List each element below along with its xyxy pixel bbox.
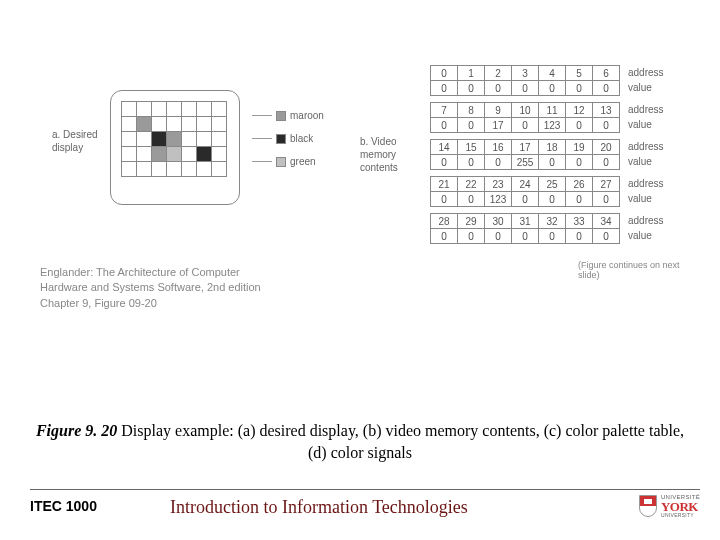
addr-cell: 24 — [512, 177, 539, 192]
continues-note: (Figure continues on next slide) — [578, 260, 700, 280]
addr-cell: 28 — [431, 214, 458, 229]
citation-line: Chapter 9, Figure 09-20 — [40, 296, 261, 311]
addr-cell: 34 — [593, 214, 620, 229]
caption-text: Display example: (a) desired display, (b… — [117, 422, 684, 461]
addr-cell: 32 — [539, 214, 566, 229]
legend-maroon: maroon — [252, 110, 324, 121]
addr-cell: 3 — [512, 66, 539, 81]
value-label: value — [628, 191, 664, 206]
addr-cell: 11 — [539, 103, 566, 118]
addr-cell: 19 — [566, 140, 593, 155]
value-cell: 0 — [593, 81, 620, 96]
addr-cell: 6 — [593, 66, 620, 81]
legend-label: maroon — [290, 110, 324, 121]
addr-cell: 17 — [512, 140, 539, 155]
memory-table: 01234560000000 — [430, 65, 620, 96]
legend-label: black — [290, 133, 313, 144]
memory-side-labels: addressvalue — [628, 213, 664, 243]
value-cell: 123 — [539, 118, 566, 133]
legend: maroon black green — [252, 110, 324, 179]
value-cell: 0 — [593, 192, 620, 207]
memory-side-labels: addressvalue — [628, 139, 664, 169]
value-cell: 0 — [458, 229, 485, 244]
value-cell: 0 — [485, 155, 512, 170]
addr-cell: 25 — [539, 177, 566, 192]
addr-cell: 22 — [458, 177, 485, 192]
crest-icon — [639, 495, 657, 517]
value-cell: 0 — [431, 192, 458, 207]
addr-cell: 26 — [566, 177, 593, 192]
addr-cell: 5 — [566, 66, 593, 81]
value-label: value — [628, 80, 664, 95]
addr-cell: 10 — [512, 103, 539, 118]
citation-line: Englander: The Architecture of Computer — [40, 265, 261, 280]
figure-caption: Figure 9. 20 Display example: (a) desire… — [0, 420, 720, 463]
addr-cell: 2 — [485, 66, 512, 81]
value-cell: 255 — [512, 155, 539, 170]
addr-cell: 18 — [539, 140, 566, 155]
memory-row: 01234560000000addressvalue — [430, 65, 664, 96]
value-cell: 0 — [566, 229, 593, 244]
memory-table: 789101112130017012300 — [430, 102, 620, 133]
addr-cell: 12 — [566, 103, 593, 118]
logo-sub: UNIVERSITY — [661, 513, 700, 518]
addr-cell: 0 — [431, 66, 458, 81]
value-cell: 0 — [512, 118, 539, 133]
legend-black: black — [252, 133, 324, 144]
panel-a-label: a. Desired display — [52, 128, 112, 154]
addr-cell: 31 — [512, 214, 539, 229]
addr-label: address — [628, 176, 664, 191]
value-label: value — [628, 228, 664, 243]
value-cell: 0 — [593, 155, 620, 170]
pixel-grid-card — [110, 90, 240, 205]
value-cell: 0 — [593, 118, 620, 133]
addr-cell: 13 — [593, 103, 620, 118]
york-logo: UNIVERSITÉ YORK UNIVERSITY — [639, 494, 700, 518]
addr-label: address — [628, 65, 664, 80]
addr-cell: 4 — [539, 66, 566, 81]
value-cell: 0 — [485, 81, 512, 96]
addr-label: address — [628, 139, 664, 154]
value-label: value — [628, 117, 664, 132]
value-cell: 0 — [539, 229, 566, 244]
value-cell: 0 — [431, 229, 458, 244]
addr-cell: 23 — [485, 177, 512, 192]
value-cell: 0 — [539, 155, 566, 170]
value-cell: 0 — [485, 229, 512, 244]
memory-row: 21222324252627001230000addressvalue — [430, 176, 664, 207]
value-cell: 0 — [566, 192, 593, 207]
course-title: Introduction to Information Technologies — [170, 497, 639, 518]
value-cell: 0 — [539, 81, 566, 96]
addr-cell: 9 — [485, 103, 512, 118]
value-label: value — [628, 154, 664, 169]
value-cell: 0 — [458, 192, 485, 207]
value-cell: 0 — [431, 155, 458, 170]
value-cell: 0 — [431, 81, 458, 96]
value-cell: 0 — [458, 118, 485, 133]
value-cell: 17 — [485, 118, 512, 133]
citation-line: Hardware and Systems Software, 2nd editi… — [40, 280, 261, 295]
addr-cell: 33 — [566, 214, 593, 229]
value-cell: 0 — [512, 81, 539, 96]
value-cell: 0 — [539, 192, 566, 207]
addr-cell: 15 — [458, 140, 485, 155]
addr-cell: 21 — [431, 177, 458, 192]
legend-green: green — [252, 156, 324, 167]
memory-row: 282930313233340000000addressvalue — [430, 213, 664, 244]
value-cell: 0 — [566, 118, 593, 133]
addr-label: address — [628, 213, 664, 228]
figure-number: Figure 9. 20 — [36, 422, 117, 439]
addr-cell: 14 — [431, 140, 458, 155]
pixel-grid — [121, 101, 227, 177]
addr-label: address — [628, 102, 664, 117]
memory-table: 21222324252627001230000 — [430, 176, 620, 207]
addr-cell: 29 — [458, 214, 485, 229]
value-cell: 0 — [512, 229, 539, 244]
value-cell: 123 — [485, 192, 512, 207]
addr-cell: 16 — [485, 140, 512, 155]
value-cell: 0 — [512, 192, 539, 207]
value-cell: 0 — [593, 229, 620, 244]
memory-tables: 01234560000000addressvalue78910111213001… — [430, 65, 664, 250]
memory-side-labels: addressvalue — [628, 65, 664, 95]
legend-label: green — [290, 156, 316, 167]
